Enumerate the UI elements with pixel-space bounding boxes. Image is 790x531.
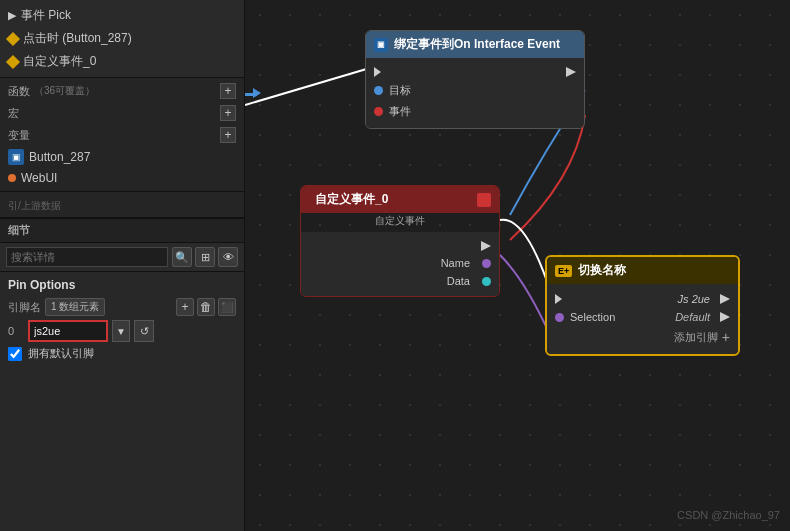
left-panel: ▶ 事件 Pick 点击时 (Button_287) 自定义事件_0 函数 （3… bbox=[0, 0, 245, 531]
diamond-icon-2 bbox=[6, 54, 20, 68]
switch-default-out-pin[interactable] bbox=[720, 312, 730, 322]
custom-event-body: Name Data bbox=[301, 232, 499, 296]
variable-icon-webui bbox=[8, 174, 16, 182]
pin-reset-button[interactable]: ↺ bbox=[134, 320, 154, 342]
switch-node-header: E+ 切换名称 bbox=[547, 257, 738, 284]
event-node-icon: ▣ bbox=[374, 38, 388, 52]
event-node-body: 目标 事件 bbox=[366, 58, 584, 128]
custom-event-header: 自定义事件_0 bbox=[301, 186, 499, 213]
pin-settings-btn[interactable]: ⬛ bbox=[218, 298, 236, 316]
event-node-header: ▣ 绑定事件到On Interface Event bbox=[366, 31, 584, 58]
eye-button[interactable]: 👁 bbox=[218, 247, 238, 267]
variables-header: 变量 + bbox=[0, 124, 244, 146]
add-pin-icon[interactable]: + bbox=[722, 329, 730, 345]
canvas-area[interactable]: ▣ 绑定事件到On Interface Event 目标 事件 自定义事件_0 bbox=[245, 0, 790, 531]
delete-pin-btn[interactable]: 🗑 bbox=[197, 298, 215, 316]
watermark: CSDN @Zhichao_97 bbox=[677, 509, 780, 521]
custom-event-node[interactable]: 自定义事件_0 自定义事件 Name Data bbox=[300, 185, 500, 297]
variable-button287[interactable]: ▣ Button_287 bbox=[0, 146, 244, 168]
custom-exec-out-pin[interactable] bbox=[481, 241, 491, 251]
exec-in-pin[interactable] bbox=[374, 67, 384, 77]
exec-out-pin[interactable] bbox=[566, 67, 576, 77]
name-pin[interactable] bbox=[482, 259, 491, 268]
functions-header: 函数 （36可覆盖） + bbox=[0, 80, 244, 102]
svg-line-0 bbox=[245, 65, 380, 105]
target-pin-row: 目标 bbox=[366, 80, 584, 101]
menu-item-pick[interactable]: ▶ 事件 Pick bbox=[0, 4, 244, 27]
add-function-button[interactable]: + bbox=[220, 83, 236, 99]
switch-selection-pin[interactable] bbox=[555, 313, 564, 322]
switch-exec-in-pin[interactable] bbox=[555, 294, 565, 304]
switch-selection-row: Selection Default bbox=[547, 308, 738, 326]
variables-section: 函数 （36可覆盖） + 宏 + 变量 + ▣ Button_287 WebUI… bbox=[0, 78, 244, 218]
default-pin-label: 拥有默认引脚 bbox=[28, 346, 94, 361]
search-bar: 🔍 ⊞ 👁 bbox=[0, 243, 244, 272]
name-pin-row: Name bbox=[301, 254, 499, 272]
default-pin-checkbox[interactable] bbox=[8, 347, 22, 361]
add-variable-button[interactable]: + bbox=[220, 127, 236, 143]
custom-event-stop-icon bbox=[477, 193, 491, 207]
search-input[interactable] bbox=[6, 247, 168, 267]
pin-options-section: Pin Options 引脚名 1 数组元素 + 🗑 ⬛ 0 ▼ ↺ 拥有默认引… bbox=[0, 272, 244, 367]
data-pin[interactable] bbox=[482, 277, 491, 286]
data-pin-row: Data bbox=[301, 272, 499, 290]
arrow-icon: ▶ bbox=[8, 9, 16, 22]
event-node[interactable]: ▣ 绑定事件到On Interface Event 目标 事件 bbox=[365, 30, 585, 129]
variable-webui[interactable]: WebUI bbox=[0, 168, 244, 188]
switch-node-body: Js 2ue Selection Default 添加引脚 + bbox=[547, 284, 738, 354]
search-button[interactable]: 🔍 bbox=[172, 247, 192, 267]
custom-exec-out-row bbox=[301, 238, 499, 254]
pin-name-input[interactable] bbox=[28, 320, 108, 342]
details-header: 细节 bbox=[0, 219, 244, 243]
arrow-pointer bbox=[253, 88, 261, 98]
menu-item-custom-event[interactable]: 自定义事件_0 bbox=[0, 50, 244, 73]
diamond-icon bbox=[6, 31, 20, 45]
switch-node[interactable]: E+ 切换名称 Js 2ue Selection Default 添加引脚 + bbox=[545, 255, 740, 356]
details-panel: 细节 🔍 ⊞ 👁 Pin Options 引脚名 1 数组元素 + 🗑 ⬛ bbox=[0, 218, 244, 531]
upstream-label: 引/上游数据 bbox=[0, 197, 244, 215]
switch-exec-in-row: Js 2ue bbox=[547, 290, 738, 308]
pin-type-dropdown[interactable]: ▼ bbox=[112, 320, 130, 342]
pin-entry-0: 0 ▼ ↺ bbox=[8, 320, 236, 342]
menu-item-click[interactable]: 点击时 (Button_287) bbox=[0, 27, 244, 50]
target-pin[interactable] bbox=[374, 86, 383, 95]
grid-view-button[interactable]: ⊞ bbox=[195, 247, 215, 267]
exec-in-pin-row bbox=[366, 64, 584, 80]
variable-icon-button287: ▣ bbox=[8, 149, 24, 165]
custom-event-sublabel: 自定义事件 bbox=[301, 213, 499, 232]
menu-section: ▶ 事件 Pick 点击时 (Button_287) 自定义事件_0 bbox=[0, 0, 244, 78]
add-pin-row: 添加引脚 + bbox=[547, 326, 738, 348]
add-pin-btn[interactable]: + bbox=[176, 298, 194, 316]
macros-header: 宏 + bbox=[0, 102, 244, 124]
default-check-row: 拥有默认引脚 bbox=[8, 346, 236, 361]
count-badge: 1 数组元素 bbox=[45, 298, 105, 316]
search-icons: 🔍 ⊞ 👁 bbox=[172, 247, 238, 267]
event-pin[interactable] bbox=[374, 107, 383, 116]
event-pin-row: 事件 bbox=[366, 101, 584, 122]
pin-options-title: Pin Options bbox=[8, 278, 236, 292]
pin-row-header: 引脚名 1 数组元素 + 🗑 ⬛ bbox=[8, 298, 236, 316]
switch-js2ue-out-pin[interactable] bbox=[720, 294, 730, 304]
add-macro-button[interactable]: + bbox=[220, 105, 236, 121]
